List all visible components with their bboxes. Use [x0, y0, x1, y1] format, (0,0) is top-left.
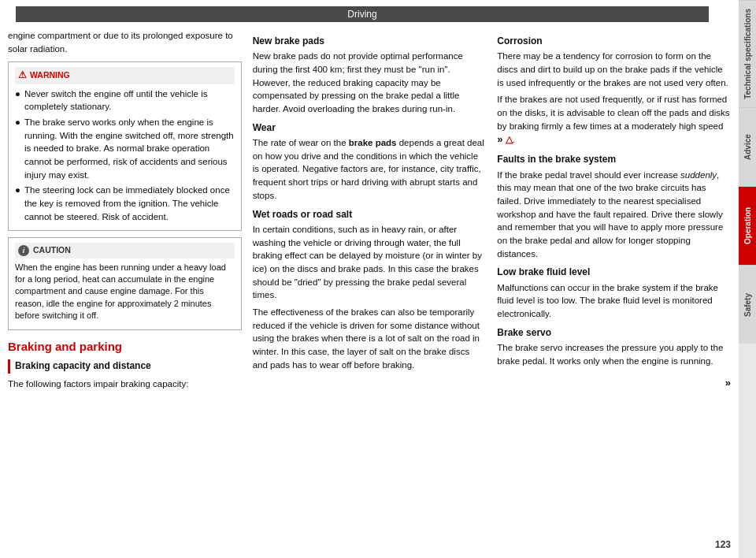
- section-title: Braking and parking: [8, 338, 242, 355]
- sidebar-tab-safety[interactable]: Safety: [739, 265, 756, 344]
- center-column: New brake pads New brake pads do not pro…: [253, 29, 487, 534]
- left-column: engine compartment or due to its prolong…: [8, 29, 242, 534]
- caution-label: CAUTION: [33, 244, 71, 256]
- intro-text: engine compartment or due to its prolong…: [8, 29, 242, 55]
- tab-operation-label: Operation: [743, 207, 752, 244]
- tab-safety-label: Safety: [743, 292, 752, 316]
- warning-label: WARNING: [30, 69, 70, 81]
- subsection-intro: The following factors impair braking cap…: [8, 378, 242, 391]
- brake-servo-heading: Brake servo: [497, 326, 731, 340]
- page-header: Driving: [16, 6, 709, 22]
- caution-text: When the engine has been running under a…: [15, 262, 235, 322]
- warning-bullet-3: ● The steering lock can be immediately b…: [15, 184, 235, 223]
- page-number: 123: [715, 539, 731, 550]
- brake-pads-bold: brake pads: [349, 138, 397, 147]
- warning-bullet-1: ● Never switch the engine off until the …: [15, 87, 235, 113]
- warning-box: ⚠ WARNING ● Never switch the engine off …: [8, 61, 242, 231]
- sidebar-tabs: Technical specifications Advice Operatio…: [739, 0, 756, 558]
- corrosion-para2-text: If the brakes are not used frequently, o…: [497, 95, 729, 130]
- sidebar-tab-operation[interactable]: Operation: [739, 186, 756, 265]
- wear-para: The rate of wear on the brake pads depen…: [253, 136, 487, 202]
- sidebar-tab-advice[interactable]: Advice: [739, 107, 756, 186]
- faults-text-end: , this may mean that one of the two brak…: [497, 170, 723, 259]
- brake-servo-para: The brake servo increases the pressure y…: [497, 341, 731, 367]
- ref-triangle-icon: △: [506, 133, 513, 147]
- new-brake-pads-para: New brake pads do not provide optimal pe…: [253, 50, 487, 115]
- caution-box: i CAUTION When the engine has been runni…: [8, 237, 242, 329]
- header-title: Driving: [347, 9, 376, 20]
- low-fluid-para: Malfunctions can occur in the brake syst…: [497, 281, 731, 321]
- corrosion-heading: Corrosion: [497, 35, 731, 48]
- corrosion-para1: There may be a tendency for corrosion to…: [497, 50, 731, 89]
- faults-para: If the brake pedal travel should ever in…: [497, 169, 731, 261]
- warning-bullet-2: ● The brake servo works only when the en…: [15, 116, 235, 181]
- warning-bullet-2-text: The brake servo works only when the engi…: [24, 116, 235, 181]
- low-fluid-heading: Low brake fluid level: [497, 266, 731, 279]
- bullet-dot-icon: ●: [15, 87, 24, 113]
- bullet-dot-icon: ●: [15, 184, 24, 223]
- effectiveness-para: The effectiveness of the brakes can also…: [253, 306, 487, 371]
- wear-text-start: The rate of wear on the: [253, 138, 349, 147]
- suddenly-text: suddenly: [680, 170, 717, 180]
- caution-header: i CAUTION: [15, 243, 235, 258]
- tab-advice-label: Advice: [743, 134, 752, 160]
- tab-technical-label: Technical specifications: [743, 9, 752, 99]
- caution-circle-icon: i: [18, 245, 29, 256]
- warning-header: ⚠ WARNING: [15, 67, 235, 84]
- page-bottom: 123: [8, 537, 731, 550]
- wet-roads-para: In certain conditions, such as in heavy …: [253, 223, 487, 302]
- bullet-dot-icon: ●: [15, 116, 24, 181]
- sidebar-tab-technical-specifications[interactable]: Technical specifications: [739, 0, 756, 107]
- faults-heading: Faults in the brake system: [497, 153, 731, 166]
- warning-triangle-icon: ⚠: [18, 69, 27, 82]
- corrosion-para2: If the brakes are not used frequently, o…: [497, 93, 731, 147]
- warning-bullet-3-text: The steering lock can be immediately blo…: [24, 184, 235, 223]
- faults-text-start: If the brake pedal travel should ever in…: [497, 170, 680, 180]
- warning-bullet-1-text: Never switch the engine off until the ve…: [24, 87, 235, 113]
- wear-heading: Wear: [253, 121, 487, 135]
- wet-roads-heading: Wet roads or road salt: [253, 208, 487, 221]
- subsection-title: Braking capacity and distance: [8, 359, 242, 373]
- right-column: Corrosion There may be a tendency for co…: [497, 29, 731, 534]
- new-brake-pads-heading: New brake pads: [253, 35, 487, 48]
- bottom-arrow-icon: »: [725, 377, 731, 389]
- double-arrow-icon: »: [497, 133, 502, 145]
